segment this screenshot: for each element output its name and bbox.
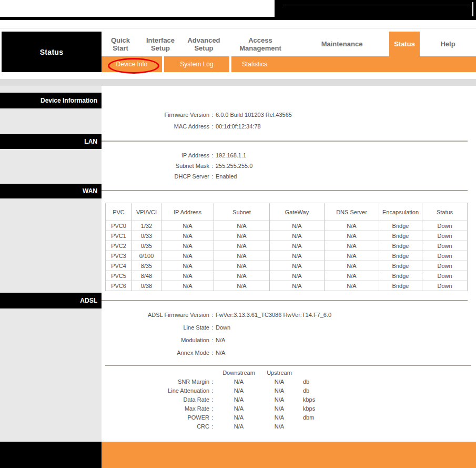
content-grid: Device Information Firmware Version : 6.…	[0, 86, 476, 442]
field-ip-address: IP Address : 192.168.1.1	[102, 150, 476, 161]
tab-interface-setup[interactable]: Interface Setup	[139, 32, 181, 56]
wan-cell: N/A	[161, 271, 214, 281]
subtab-statistics[interactable]: Statistics	[231, 56, 321, 72]
sidebar-cell: WAN	[0, 182, 102, 200]
wan-cell: Down	[422, 281, 468, 291]
wan-table-row: PVC5 8/48 N/A N/A N/A N/A Bridge Down	[106, 271, 468, 281]
wan-cell: 1/32	[132, 221, 161, 231]
wan-cell: N/A	[161, 231, 214, 241]
tab-access-management[interactable]: Access Management	[226, 32, 295, 56]
stats-unit: dbm	[297, 414, 345, 421]
wan-cell: PVC6	[106, 281, 132, 291]
wan-cell: Down	[422, 271, 468, 281]
tab-status[interactable]: Status	[389, 32, 420, 56]
stats-upstream-value: N/A	[262, 405, 297, 412]
sidebar-cell: Device Information	[0, 86, 102, 109]
sidebar-cell	[0, 430, 102, 442]
sidebar-cell	[0, 161, 102, 171]
main-navigation: Status Quick Start Interface Setup Advan…	[0, 32, 476, 72]
stats-row-data-rate: Data Rate : N/A N/A kbps	[102, 395, 476, 404]
content-cell	[102, 430, 476, 442]
stats-colon: :	[209, 379, 216, 385]
field-modulation: Modulation : N/A	[102, 334, 476, 346]
sidebar-cell	[0, 109, 102, 121]
stats-row-max-rate: Max Rate : N/A N/A kbps	[102, 404, 476, 413]
wan-cell: N/A	[161, 221, 214, 231]
wan-col-header: Subnet	[214, 203, 270, 221]
field-mac-address: MAC Address : 00:1d:0f:12:34:78	[102, 121, 476, 132]
top-banner	[275, 0, 476, 17]
content-cell: Subnet Mask : 255.255.255.0	[102, 161, 476, 171]
stats-colon: :	[209, 405, 216, 412]
field-annex-mode: Annex Mode : N/A	[102, 346, 476, 359]
tab-help[interactable]: Help	[420, 32, 476, 56]
wan-cell: 0/100	[132, 251, 161, 261]
wan-col-header: IP Address	[161, 203, 214, 221]
wan-col-header: GateWay	[270, 203, 325, 221]
tab-advanced-setup[interactable]: Advanced Setup	[181, 32, 226, 56]
wan-cell: Down	[422, 241, 468, 251]
field-label: IP Address	[102, 152, 209, 158]
field-value: N/A	[216, 337, 225, 343]
wan-col-header: DNS Server	[325, 203, 379, 221]
wan-cell: PVC2	[106, 241, 132, 251]
stats-row-line-attenuation: Line Attenuation : N/A N/A db	[102, 386, 476, 395]
field-value: 00:1d:0f:12:34:78	[216, 123, 261, 130]
wan-cell: Bridge	[379, 221, 422, 231]
sidebar-cell	[0, 308, 102, 321]
field-colon: :	[209, 324, 216, 331]
stats-unit: kbps	[297, 396, 345, 403]
subtab-device-info[interactable]: Device Info	[102, 56, 162, 72]
stats-label: CRC	[102, 423, 209, 430]
wan-cell: N/A	[161, 241, 214, 251]
wan-cell: Bridge	[379, 241, 422, 251]
stats-row-power: POWER : N/A N/A dbm	[102, 413, 476, 422]
wan-cell: N/A	[325, 251, 379, 261]
content-cell	[102, 132, 476, 150]
wan-cell: PVC5	[106, 271, 132, 281]
field-label: ADSL Firmware Version	[102, 312, 209, 318]
wan-cell: N/A	[270, 221, 325, 231]
stats-downstream-value: N/A	[216, 405, 262, 412]
wan-cell: N/A	[161, 281, 214, 291]
wan-table-row: PVC0 1/32 N/A N/A N/A N/A Bridge Down	[106, 221, 468, 231]
banner-cursor-mark	[472, 2, 473, 16]
stats-divider-line	[105, 365, 471, 366]
field-label: DHCP Server	[102, 173, 209, 180]
wan-cell: N/A	[161, 261, 214, 271]
section-header-adsl: ADSL	[0, 293, 102, 308]
section-divider-line	[102, 300, 468, 301]
field-value: 192.168.1.1	[216, 152, 246, 158]
wan-cell: PVC3	[106, 251, 132, 261]
wan-col-header: Encapsulation	[379, 203, 422, 221]
tab-maintenance[interactable]: Maintenance	[295, 32, 389, 56]
wan-col-header: Status	[422, 203, 468, 221]
tab-quick-start[interactable]: Quick Start	[102, 32, 139, 56]
content-cell: IP Address : 192.168.1.1	[102, 150, 476, 161]
sidebar-cell	[0, 359, 102, 367]
wan-cell: N/A	[214, 221, 270, 231]
wan-cell: N/A	[325, 231, 379, 241]
wan-cell: N/A	[214, 281, 270, 291]
stats-downstream-value: N/A	[216, 414, 262, 421]
wan-col-header: VPI/VCI	[132, 203, 161, 221]
stats-colon: :	[209, 396, 216, 403]
content-cell: PVC VPI/VCI IP Address Subnet GateWay DN…	[102, 200, 476, 293]
field-subnet-mask: Subnet Mask : 255.255.255.0	[102, 161, 476, 171]
wan-cell: Bridge	[379, 251, 422, 261]
field-colon: :	[209, 163, 216, 169]
wan-cell: N/A	[270, 281, 325, 291]
field-line-state: Line State : Down	[102, 321, 476, 334]
field-label: Line State	[102, 324, 209, 331]
field-dhcp-server: DHCP Server : Enabled	[102, 171, 476, 182]
wan-cell: Down	[422, 251, 468, 261]
sidebar-cell	[0, 171, 102, 182]
subtab-system-log[interactable]: System Log	[164, 56, 229, 72]
stats-downstream-value: N/A	[216, 423, 262, 430]
field-firmware-version: Firmware Version : 6.0.0 Build 101203 Re…	[102, 109, 476, 121]
wan-table-row: PVC1 0/33 N/A N/A N/A N/A Bridge Down	[106, 231, 468, 241]
subtab-bar: Device Info System Log Statistics	[102, 56, 476, 72]
wan-table-row: PVC3 0/100 N/A N/A N/A N/A Bridge Down	[106, 251, 468, 261]
wan-cell: N/A	[214, 271, 270, 281]
sidebar-cell	[0, 121, 102, 132]
